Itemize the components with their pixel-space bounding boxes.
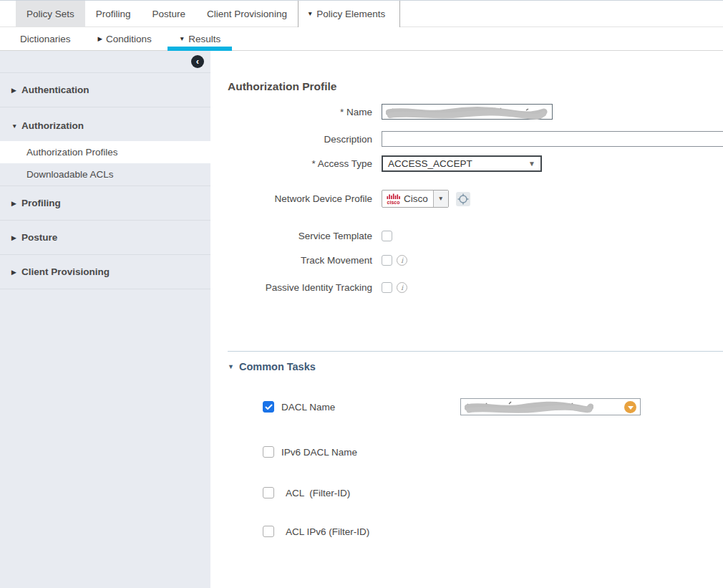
acl-ipv6-filter-id-checkbox[interactable]	[263, 526, 274, 537]
tab-label: Policy Sets	[26, 9, 74, 19]
sidebar-section-authentication: ▶ Authentication	[0, 73, 210, 107]
section-divider	[228, 351, 723, 352]
sidebar-item-authorization[interactable]: ▼ Authorization	[0, 107, 210, 141]
redaction-scribble	[386, 106, 548, 120]
chevron-down-icon	[628, 406, 634, 410]
sidebar-item-profiling[interactable]: ▶ Profiling	[0, 186, 210, 220]
sidebar-item-authentication[interactable]: ▶ Authentication	[0, 73, 210, 107]
network-device-profile-dropdown-button[interactable]: ▼	[433, 191, 448, 207]
collapse-sidebar-button[interactable]: ‹	[191, 55, 204, 68]
chevron-down-icon: ▼	[179, 36, 185, 42]
subnav-label: Results	[188, 34, 220, 44]
chevron-down-icon: ▼	[528, 160, 535, 168]
tab-policy-elements[interactable]: ▼ Policy Elements	[298, 1, 400, 27]
sidebar-header: ‹	[0, 51, 210, 73]
common-tasks-title: Common Tasks	[239, 361, 316, 372]
chevron-down-icon: ▼	[11, 122, 21, 130]
tab-label: Posture	[152, 9, 186, 19]
tab-client-provisioning[interactable]: Client Provisioning	[196, 1, 298, 26]
ise-policy-elements-page: Policy Sets Profiling Posture Client Pro…	[0, 0, 723, 588]
tab-policy-sets[interactable]: Policy Sets	[16, 1, 85, 26]
sidebar-item-label: Profiling	[21, 198, 61, 208]
network-device-profile-value: Cisco	[404, 193, 428, 204]
sidebar-section-client-provisioning: ▶ Client Provisioning	[0, 255, 210, 289]
dacl-name-label: DACL Name	[281, 402, 460, 413]
chevron-down-icon: ▼	[438, 196, 444, 202]
tab-posture[interactable]: Posture	[142, 1, 197, 26]
redaction-scribble	[465, 400, 593, 415]
sidebar-item-label: Posture	[21, 232, 57, 243]
subnav-results[interactable]: ▼ Results	[179, 27, 220, 50]
sidebar-item-downloadable-acls[interactable]: Downloadable ACLs	[0, 163, 210, 185]
checkmark-icon	[265, 404, 273, 410]
dacl-dropdown-button[interactable]	[624, 401, 636, 413]
name-label: * Name	[228, 107, 372, 117]
common-tasks-header[interactable]: ▼ Common Tasks	[228, 361, 723, 372]
chevron-right-icon: ▶	[11, 269, 21, 276]
sidebar-item-label: Authorization Profiles	[26, 147, 118, 158]
sidebar-item-label: Authorization	[21, 120, 84, 131]
sidebar-item-label: Authentication	[21, 85, 89, 95]
tab-label: Profiling	[96, 9, 131, 19]
page-title: Authorization Profile	[228, 80, 723, 93]
chevron-right-icon: ▶	[98, 36, 103, 42]
chevron-left-icon: ‹	[196, 57, 199, 66]
cisco-logo-icon: cisco	[386, 193, 401, 205]
service-template-label: Service Template	[228, 231, 372, 241]
ipv6-dacl-name-checkbox[interactable]	[263, 446, 274, 458]
tab-label: Client Provisioning	[207, 9, 287, 19]
chevron-right-icon: ▶	[11, 87, 21, 94]
info-icon[interactable]: i	[397, 255, 407, 266]
svg-text:cisco: cisco	[387, 200, 400, 205]
sidebar-item-label: Downloadable ACLs	[26, 169, 114, 180]
tab-profiling[interactable]: Profiling	[85, 1, 142, 26]
sidebar-section-posture: ▶ Posture	[0, 221, 210, 255]
results-sidebar: ‹ ▶ Authentication ▼ Authorization Autho…	[0, 51, 210, 588]
track-movement-checkbox[interactable]	[382, 255, 392, 266]
passive-identity-tracking-checkbox[interactable]	[382, 282, 392, 293]
service-template-checkbox[interactable]	[382, 231, 392, 241]
sub-navigation: Dictionaries ▶ Conditions ▼ Results	[0, 27, 723, 51]
network-device-profile-label: Network Device Profile	[228, 193, 372, 204]
tab-label: Policy Elements	[316, 9, 385, 19]
device-profile-detail-button[interactable]	[456, 192, 470, 206]
description-input[interactable]	[382, 131, 723, 147]
access-type-label: * Access Type	[228, 158, 372, 169]
sidebar-section-authorization: ▼ Authorization Authorization Profiles D…	[0, 107, 210, 186]
subnav-dictionaries[interactable]: Dictionaries	[20, 27, 71, 50]
sidebar-item-client-provisioning[interactable]: ▶ Client Provisioning	[0, 255, 210, 289]
authorization-profile-form: Authorization Profile * Name Description	[210, 51, 723, 588]
acl-filter-id-label: ACL (Filter-ID)	[286, 488, 465, 498]
network-device-profile-select[interactable]: cisco Cisco ▼	[382, 190, 449, 208]
dacl-name-checkbox[interactable]	[263, 401, 274, 413]
acl-filter-id-checkbox[interactable]	[263, 487, 274, 498]
dacl-name-select[interactable]	[460, 398, 641, 415]
access-type-value: ACCESS_ACCEPT	[388, 158, 472, 169]
ipv6-dacl-name-label: IPv6 DACL Name	[281, 447, 460, 458]
chevron-right-icon: ▶	[11, 234, 21, 241]
chevron-down-icon: ▼	[228, 364, 234, 370]
subnav-conditions[interactable]: ▶ Conditions	[98, 27, 152, 50]
chevron-down-icon: ▼	[307, 11, 313, 17]
network-device-profile-current: cisco Cisco	[382, 191, 433, 207]
crosshair-icon	[457, 193, 470, 206]
acl-ipv6-filter-id-label: ACL IPv6 (Filter-ID)	[286, 526, 465, 537]
access-type-select[interactable]: ACCESS_ACCEPT ▼	[382, 155, 542, 172]
track-movement-label: Track Movement	[228, 255, 372, 266]
sidebar-item-authorization-profiles[interactable]: Authorization Profiles	[0, 141, 210, 163]
chevron-right-icon: ▶	[11, 200, 21, 207]
info-icon[interactable]: i	[397, 282, 407, 293]
subnav-label: Dictionaries	[20, 34, 71, 44]
subnav-label: Conditions	[106, 34, 152, 44]
sidebar-section-profiling: ▶ Profiling	[0, 186, 210, 221]
passive-identity-tracking-label: Passive Identity Tracking	[228, 282, 372, 293]
sidebar-item-label: Client Provisioning	[21, 266, 110, 277]
top-navigation: Policy Sets Profiling Posture Client Pro…	[0, 1, 723, 27]
description-label: Description	[228, 134, 372, 145]
name-input[interactable]	[382, 104, 553, 120]
sidebar-item-posture[interactable]: ▶ Posture	[0, 221, 210, 254]
